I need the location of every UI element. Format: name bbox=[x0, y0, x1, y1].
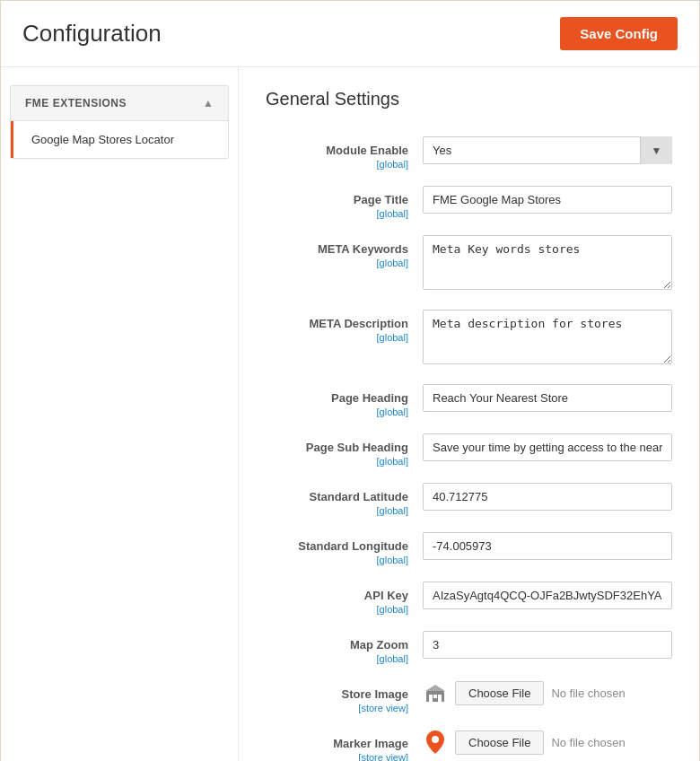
scope-standard-latitude: [global] bbox=[266, 505, 408, 516]
chevron-up-icon: ▲ bbox=[203, 97, 214, 109]
label-module-enable: Module Enable bbox=[266, 144, 408, 157]
content-area: FME EXTENSIONS ▲ Google Map Stores Locat… bbox=[1, 67, 699, 761]
field-standard-latitude: Standard Latitude [global] bbox=[266, 483, 672, 516]
sidebar-section-title: FME EXTENSIONS bbox=[25, 97, 127, 109]
page-wrapper: Configuration Save Config FME EXTENSIONS… bbox=[0, 0, 700, 761]
sidebar-item-label: Google Map Stores Locator bbox=[31, 133, 174, 146]
scope-marker-image: [store view] bbox=[266, 752, 408, 761]
scope-page-title: [global] bbox=[266, 208, 408, 219]
map-marker-icon bbox=[423, 730, 448, 755]
field-page-heading: Page Heading [global] bbox=[266, 384, 672, 417]
page-title: Configuration bbox=[22, 20, 162, 48]
scope-standard-longitude: [global] bbox=[266, 555, 408, 565]
label-page-sub-heading: Page Sub Heading bbox=[266, 441, 408, 454]
sidebar: FME EXTENSIONS ▲ Google Map Stores Locat… bbox=[1, 67, 239, 761]
scope-module-enable: [global] bbox=[266, 159, 408, 170]
store-image-choose-file-button[interactable]: Choose File bbox=[455, 681, 544, 705]
svg-rect-3 bbox=[438, 695, 442, 702]
label-api-key: API Key bbox=[266, 589, 408, 602]
svg-rect-2 bbox=[433, 695, 437, 698]
label-meta-keywords: META Keywords bbox=[266, 242, 408, 256]
scope-page-heading: [global] bbox=[266, 407, 408, 417]
page-header: Configuration Save Config bbox=[1, 1, 699, 67]
field-meta-keywords: META Keywords [global] Meta Key words st… bbox=[266, 235, 672, 293]
scope-meta-description: [global] bbox=[266, 332, 408, 343]
save-config-button[interactable]: Save Config bbox=[560, 17, 678, 50]
label-page-title: Page Title bbox=[266, 193, 408, 206]
scope-api-key: [global] bbox=[266, 604, 408, 615]
main-content: General Settings Module Enable [global] … bbox=[239, 67, 699, 761]
meta-description-textarea[interactable]: Meta description for stores bbox=[423, 310, 672, 364]
label-marker-image: Marker Image bbox=[266, 737, 408, 750]
field-page-title: Page Title [global] bbox=[266, 186, 672, 219]
field-map-zoom: Map Zoom [global] bbox=[266, 631, 672, 664]
scope-meta-keywords: [global] bbox=[266, 258, 408, 268]
field-standard-longitude: Standard Longitude [global] bbox=[266, 532, 672, 565]
scope-store-image: [store view] bbox=[266, 703, 408, 713]
page-heading-input[interactable] bbox=[423, 384, 672, 412]
label-meta-description: META Description bbox=[266, 317, 408, 330]
marker-image-no-file-text: No file chosen bbox=[551, 736, 625, 749]
map-zoom-input[interactable] bbox=[423, 631, 672, 659]
standard-longitude-input[interactable] bbox=[423, 532, 672, 560]
general-settings-title: General Settings bbox=[266, 89, 672, 118]
page-title-input[interactable] bbox=[423, 186, 672, 214]
sidebar-item-google-map-stores-locator[interactable]: Google Map Stores Locator bbox=[11, 121, 228, 158]
field-meta-description: META Description [global] Meta descripti… bbox=[266, 310, 672, 368]
standard-latitude-input[interactable] bbox=[423, 483, 672, 511]
svg-rect-1 bbox=[429, 695, 433, 702]
meta-keywords-textarea[interactable]: Meta Key words stores bbox=[423, 235, 672, 290]
label-standard-longitude: Standard Longitude bbox=[266, 539, 408, 553]
label-map-zoom: Map Zoom bbox=[266, 638, 408, 652]
label-standard-latitude: Standard Latitude bbox=[266, 490, 408, 503]
field-page-sub-heading: Page Sub Heading [global] bbox=[266, 433, 672, 467]
page-sub-heading-input[interactable] bbox=[423, 433, 672, 461]
field-api-key: API Key [global] bbox=[266, 582, 672, 615]
field-marker-image: Marker Image [store view] Choose File bbox=[266, 730, 672, 761]
sidebar-section-header[interactable]: FME EXTENSIONS ▲ bbox=[11, 86, 228, 121]
field-module-enable: Module Enable [global] Yes No ▼ bbox=[266, 136, 672, 170]
api-key-input[interactable] bbox=[423, 582, 672, 609]
marker-image-choose-file-button[interactable]: Choose File bbox=[455, 730, 544, 755]
svg-marker-4 bbox=[425, 685, 445, 691]
sidebar-section: FME EXTENSIONS ▲ Google Map Stores Locat… bbox=[10, 85, 229, 159]
module-enable-select[interactable]: Yes No bbox=[423, 136, 672, 164]
field-store-image: Store Image [store view] bbox=[266, 680, 672, 713]
label-page-heading: Page Heading bbox=[266, 391, 408, 405]
scope-page-sub-heading: [global] bbox=[266, 456, 408, 467]
svg-point-5 bbox=[432, 736, 439, 743]
label-store-image: Store Image bbox=[266, 687, 408, 701]
scope-map-zoom: [global] bbox=[266, 653, 408, 664]
store-image-no-file-text: No file chosen bbox=[551, 687, 625, 700]
store-building-icon bbox=[423, 680, 448, 705]
